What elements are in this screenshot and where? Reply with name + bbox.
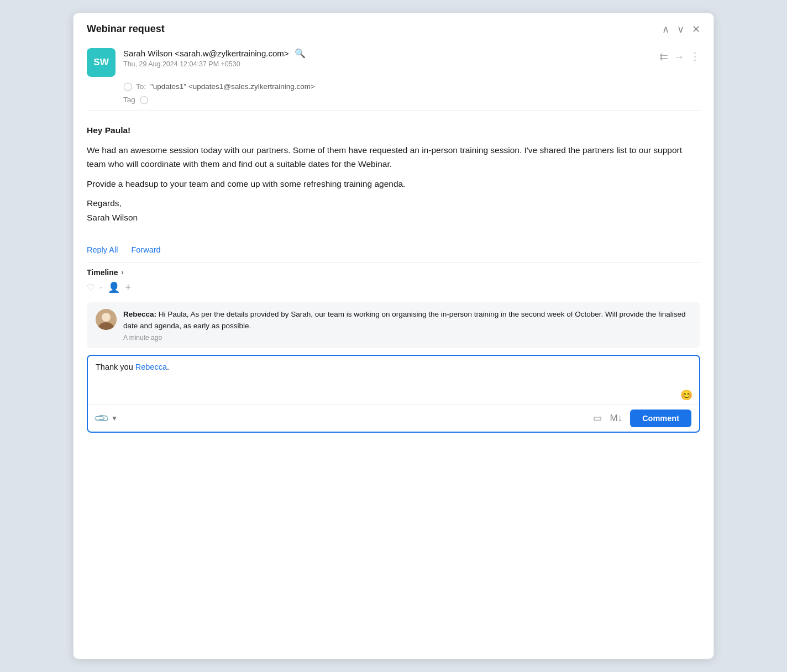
tag-icon[interactable]: ◯ <box>140 95 149 104</box>
panel-title: Webinar request <box>87 23 165 35</box>
toolbar-right: ▭ M↓ Comment <box>593 410 691 427</box>
body-paragraph2: Provide a headsup to your team and come … <box>87 177 700 191</box>
comment-avatar <box>96 309 117 330</box>
emoji-area: 😊 <box>88 389 699 405</box>
to-row: ◯ To: "updates1" <updates1@sales.zylkert… <box>74 77 713 91</box>
timeline-label: Timeline <box>87 268 118 277</box>
email-body: Hey Paula! We had an awesome session tod… <box>74 111 713 240</box>
reply-actions: Reply All Forward <box>74 240 713 262</box>
search-icon[interactable]: 🔍 <box>295 48 306 59</box>
close-icon[interactable]: ✕ <box>692 24 700 34</box>
reply-all-button[interactable]: Reply All <box>87 245 118 254</box>
tag-label: Tag <box>123 96 135 104</box>
comment-text: Rebecca: Hi Paula, As per the details pr… <box>123 309 691 332</box>
sender-info: Sarah Wilson <sarah.w@zylkertraining.com… <box>123 48 652 68</box>
timeline-section: Timeline › ♡ • 👤 + <box>74 262 713 297</box>
comment-bubble: Rebecca: Hi Paula, As per the details pr… <box>87 302 700 348</box>
toolbar-left: 📎 ▼ <box>96 412 118 424</box>
attach-dropdown-icon[interactable]: ▼ <box>111 414 118 422</box>
comment-time: A minute ago <box>123 334 691 342</box>
greeting: Hey Paula! <box>87 125 130 135</box>
panel-header: Webinar request ∧ ∨ ✕ <box>74 13 713 43</box>
comment-author: Rebecca: <box>123 310 156 318</box>
sender-name-row: Sarah Wilson <sarah.w@zylkertraining.com… <box>123 48 652 59</box>
reply-all-icon[interactable]: ⇇ <box>659 50 668 63</box>
timeline-header[interactable]: Timeline › <box>87 268 700 277</box>
expand-icon[interactable]: ∨ <box>677 24 684 34</box>
panel-controls: ∧ ∨ ✕ <box>662 24 700 34</box>
timeline-chevron: › <box>122 269 124 276</box>
body-paragraph1: We had an awesome session today with our… <box>87 143 700 171</box>
to-address: "updates1" <updates1@sales.zylkertrainin… <box>150 82 315 91</box>
sender-time: Thu, 29 Aug 2024 12:04:37 PM +0530 <box>123 60 652 68</box>
emoji-icon[interactable]: 😊 <box>680 389 692 401</box>
tag-row: Tag ◯ <box>74 91 713 111</box>
comment-body: Hi Paula, As per the details provided by… <box>123 310 686 329</box>
avatar: SW <box>87 48 116 77</box>
person-icon[interactable]: 👤 <box>108 281 120 293</box>
expand-icon[interactable]: ▭ <box>593 412 602 424</box>
signature: Sarah Wilson <box>87 213 138 222</box>
forward-icon[interactable]: → <box>674 51 684 63</box>
more-icon[interactable]: ⋮ <box>690 50 700 63</box>
forward-button[interactable]: Forward <box>131 245 160 254</box>
sender-row: SW Sarah Wilson <sarah.w@zylkertraining.… <box>74 43 713 77</box>
reply-input-area[interactable]: Thank you Rebecca. 😊 📎 ▼ ▭ M↓ Comment <box>87 355 700 433</box>
reply-input-content[interactable]: Thank you Rebecca. <box>88 356 699 389</box>
timeline-icons: ♡ • 👤 + <box>87 281 700 293</box>
heart-icon[interactable]: ♡ <box>87 282 95 293</box>
add-icon[interactable]: + <box>125 282 132 293</box>
markdown-icon[interactable]: M↓ <box>610 413 622 424</box>
sender-actions: ⇇ → ⋮ <box>659 50 700 63</box>
svg-point-1 <box>102 313 111 322</box>
collapse-icon[interactable]: ∧ <box>662 24 669 34</box>
comment-content: Rebecca: Hi Paula, As per the details pr… <box>123 309 691 342</box>
comment-button[interactable]: Comment <box>630 410 691 427</box>
attach-icon[interactable]: 📎 <box>93 410 110 427</box>
reply-toolbar: 📎 ▼ ▭ M↓ Comment <box>88 405 699 432</box>
reply-text: Thank you Rebecca. <box>96 363 169 371</box>
sender-name: Sarah Wilson <sarah.w@zylkertraining.com… <box>123 49 289 58</box>
mention: Rebecca <box>135 363 167 371</box>
regards: Regards, <box>87 198 122 208</box>
expand-to-icon[interactable]: ◯ <box>123 81 133 91</box>
email-panel: Webinar request ∧ ∨ ✕ SW Sarah Wilson <s… <box>73 13 714 659</box>
